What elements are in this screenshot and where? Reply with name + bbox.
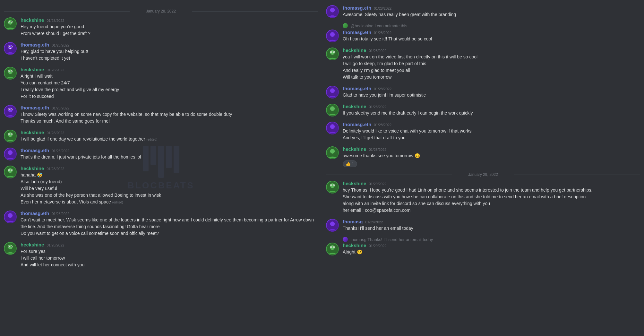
svg-point-77 xyxy=(333,246,334,247)
message-group: thomasg 01/29/2022 Thanks! I'll send her… xyxy=(326,219,640,232)
left-panel: BLOCBEATS January 28, 2022 heckshine 01/… xyxy=(0,0,322,336)
svg-point-69 xyxy=(333,185,334,185)
message-header: heckshine 01/28/2022 xyxy=(343,146,640,152)
message-text: Definitely would like to voice chat with… xyxy=(343,128,640,141)
message-text: For sure yes I will call her tomorrow An… xyxy=(21,248,318,268)
message-content: heckshine 01/28/2022 I will be glad if o… xyxy=(21,130,318,142)
avatar xyxy=(326,47,339,60)
message-header: thomasg.eth 01/28/2022 xyxy=(343,122,640,127)
svg-point-76 xyxy=(331,246,331,247)
timestamp: 01/28/2022 xyxy=(52,212,69,216)
message-group: thomasg.eth 01/28/2022 Awesome. Sleety h… xyxy=(326,5,640,18)
message-header: thomasg.eth 01/28/2022 xyxy=(343,86,640,91)
message-group: heckshine 01/28/2022 Alright I will wait… xyxy=(4,67,318,100)
svg-point-57 xyxy=(330,88,335,93)
message-group: thomasg.eth 01/28/2022 I know Sleety was… xyxy=(4,105,318,125)
message-content: heckshine 01/28/2022 awesome thanks see … xyxy=(343,146,640,167)
timestamp: 01/28/2022 xyxy=(52,43,69,47)
edited-tag: (edited) xyxy=(112,201,123,204)
message-text: If you sleethy send me the draft early I… xyxy=(343,110,640,116)
username: heckshine xyxy=(343,47,366,53)
avatar xyxy=(326,146,339,159)
message-content: thomasg 01/29/2022 Thanks! I'll send her… xyxy=(343,219,640,232)
message-group: thomasg.eth 01/28/2022 Oh I can totally … xyxy=(326,30,640,42)
svg-point-39 xyxy=(8,213,13,218)
avatar xyxy=(326,243,339,255)
message-text: That's the dream. I just want private je… xyxy=(21,154,318,160)
username: thomasg xyxy=(343,219,363,224)
message-group: heckshine 01/28/2022 awesome thanks see … xyxy=(326,146,640,167)
avatar xyxy=(326,122,339,134)
svg-point-61 xyxy=(330,124,335,129)
timestamp: 01/28/2022 xyxy=(374,87,391,91)
message-content: heckshine 01/28/2022 Alright I will wait… xyxy=(21,67,318,100)
timestamp: 01/28/2022 xyxy=(369,148,386,151)
username: thomasg.eth xyxy=(21,211,49,216)
message-header: heckshine 01/29/2022 xyxy=(343,243,640,248)
message-header: thomasg.eth 01/28/2022 xyxy=(21,42,318,47)
message-group: thomasg.eth 01/28/2022 Can't wait to mee… xyxy=(4,211,318,237)
message-text: yea I will work on the video first then … xyxy=(343,54,640,81)
timestamp: 01/28/2022 xyxy=(47,19,64,22)
avatar xyxy=(326,5,339,18)
message-header: thomasg.eth 01/28/2022 xyxy=(21,105,318,110)
message-header: heckshine 01/28/2022 xyxy=(21,242,318,247)
svg-point-17 xyxy=(11,71,12,72)
username: thomasg.eth xyxy=(21,105,49,110)
timestamp: 01/28/2022 xyxy=(369,105,386,109)
timestamp: 01/28/2022 xyxy=(374,31,391,35)
message-content: thomasg.eth 01/28/2022 Oh I can totally … xyxy=(343,30,640,42)
timestamp: 01/28/2022 xyxy=(369,49,386,53)
message-content: thomasg.eth 01/28/2022 Hey, glad to have… xyxy=(21,42,318,62)
svg-point-31 xyxy=(8,150,13,155)
message-header: heckshine 01/28/2022 xyxy=(343,104,640,109)
message-group: thomasg.eth 01/28/2022 Hey, glad to have… xyxy=(4,42,318,62)
message-text: I know Sleety was working on some new co… xyxy=(21,111,318,125)
username: heckshine xyxy=(343,104,366,109)
timestamp: 01/28/2022 xyxy=(52,149,69,153)
timestamp: 01/28/2022 xyxy=(47,68,64,72)
svg-point-16 xyxy=(8,71,9,72)
username: heckshine xyxy=(343,243,366,248)
username: heckshine xyxy=(343,181,366,186)
message-group: heckshine 01/28/2022 Hey my friend hope … xyxy=(4,17,318,37)
timestamp: 01/29/2022 xyxy=(369,244,386,248)
svg-point-55 xyxy=(333,51,334,52)
message-header: heckshine 01/28/2022 xyxy=(21,17,318,23)
message-content: heckshine 01/28/2022 Hey my friend hope … xyxy=(21,17,318,37)
reply-text: @heckshine I can animate this xyxy=(350,23,407,28)
message-text: Thanks! I'll send her an email today xyxy=(343,225,640,232)
svg-point-28 xyxy=(8,134,9,134)
message-content: thomasg.eth 01/28/2022 I know Sleety was… xyxy=(21,105,318,125)
svg-point-5 xyxy=(11,21,12,22)
message-content: thomasg.eth 01/28/2022 Awesome. Sleety h… xyxy=(343,5,640,18)
svg-point-47 xyxy=(330,8,335,12)
message-group: thomasg.eth 01/28/2022 Definitely would … xyxy=(326,122,640,141)
message-group: thomasg.eth 01/28/2022 Glad to have you … xyxy=(326,86,640,99)
svg-point-68 xyxy=(331,185,331,185)
avatar xyxy=(4,130,17,142)
reply-avatar xyxy=(343,237,348,242)
username: heckshine xyxy=(21,130,44,135)
message-content: thomasg.eth 01/28/2022 Can't wait to mee… xyxy=(21,211,318,237)
svg-point-54 xyxy=(331,51,331,52)
reaction[interactable]: 👍 1 xyxy=(343,160,357,167)
message-header: thomasg 01/29/2022 xyxy=(343,219,640,224)
message-content: heckshine 01/29/2022 hey Thomas, Hope yo… xyxy=(343,181,640,214)
username: heckshine xyxy=(21,242,44,247)
username: heckshine xyxy=(343,146,366,152)
message-text: hey Thomas, Hope you're good I had Linh … xyxy=(343,187,640,214)
svg-point-63 xyxy=(330,149,335,153)
message-content: thomasg.eth 01/28/2022 Definitely would … xyxy=(343,122,640,141)
message-header: thomasg.eth 01/28/2022 xyxy=(21,211,318,216)
timestamp: 01/28/2022 xyxy=(47,131,64,135)
svg-point-71 xyxy=(330,221,335,226)
svg-point-11 xyxy=(11,46,12,47)
svg-point-36 xyxy=(8,169,9,170)
reply-context: thomasg Thanks! I'll send her an email t… xyxy=(343,237,640,242)
svg-point-23 xyxy=(11,109,12,110)
date-divider-left: January 28, 2022 xyxy=(4,9,318,13)
message-text: awesome thanks see you tomorrow 😊 xyxy=(343,152,640,159)
timestamp: 01/29/2022 xyxy=(365,220,383,224)
avatar xyxy=(326,219,339,232)
